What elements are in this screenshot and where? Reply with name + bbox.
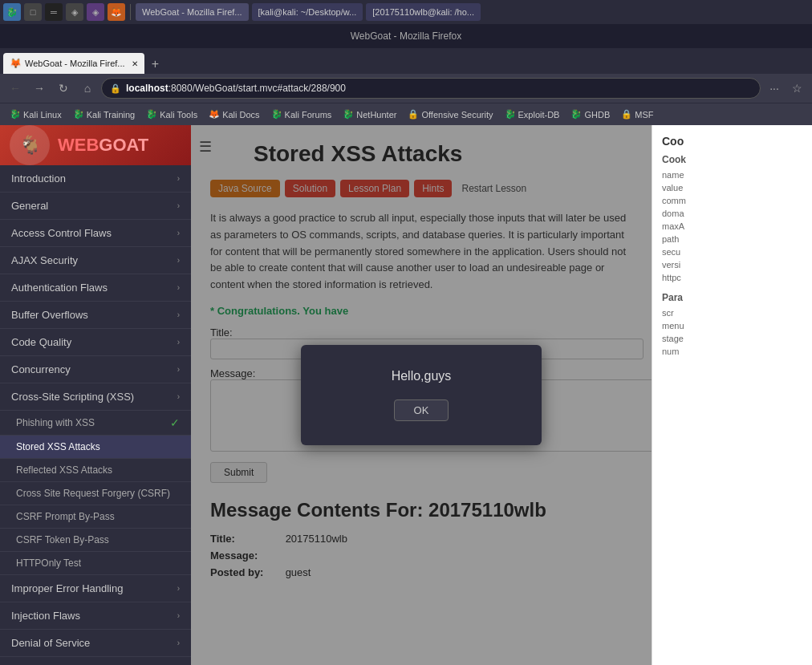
chevron-icon: › [177, 201, 180, 210]
sidebar: 🐐 WEBGOAT Introduction › General › Acces… [0, 125, 191, 665]
offensive-security-icon: 🔒 [408, 109, 419, 120]
sidebar-logo: 🐐 WEBGOAT [0, 125, 191, 165]
forward-button[interactable]: → [29, 78, 50, 99]
bookmark-nethunter[interactable]: 🐉 NetHunter [338, 107, 401, 121]
sidebar-sub-phishing-label: Phishing with XSS [16, 417, 95, 428]
param-menu: menu [662, 321, 802, 330]
nav-bookmark-button[interactable]: ☆ [786, 78, 807, 99]
sidebar-item-insecure-comm[interactable]: Insecure Communication › [0, 657, 191, 665]
sidebar-item-auth-flaws-label: Authentication Flaws [11, 282, 108, 294]
sidebar-item-code-quality[interactable]: Code Quality › [0, 329, 191, 356]
sidebar-sub-csrf[interactable]: Cross Site Request Forgery (CSRF) [0, 482, 191, 505]
cookie-field-maxage: maxA [662, 221, 802, 231]
chevron-icon: › [177, 365, 180, 374]
bookmark-kali-linux-label: Kali Linux [23, 110, 62, 120]
browser-tab-webgoat[interactable]: 🦊 WebGoat - Mozilla Firef... ✕ [3, 53, 144, 74]
modal-ok-button[interactable]: OK [394, 399, 449, 421]
bookmark-kali-docs[interactable]: 🦊 Kali Docs [204, 107, 264, 121]
logo-web: WEB [58, 135, 99, 155]
sidebar-sub-csrf-prompt-label: CSRF Prompt By-Pass [16, 511, 115, 522]
new-tab-button[interactable]: + [146, 55, 165, 74]
os-taskbar: 🐉 □ ═ ◈ ◈ 🦊 WebGoat - Mozilla Firef... [… [0, 0, 812, 24]
sidebar-item-access-control[interactable]: Access Control Flaws › [0, 220, 191, 247]
taskbar-icon-files[interactable]: □ [24, 3, 42, 21]
bookmark-offensive-security[interactable]: 🔒 Offensive Security [403, 107, 497, 121]
bookmark-msf[interactable]: 🔒 MSF [616, 107, 658, 121]
taskbar-terminal2-label: [20175110wlb@kali: /ho... [372, 7, 474, 17]
sidebar-sub-csrf-label: Cross Site Request Forgery (CSRF) [16, 488, 170, 499]
cookie-field-domain: doma [662, 209, 802, 218]
sidebar-item-concurrency[interactable]: Concurrency › [0, 356, 191, 383]
bookmark-kali-training[interactable]: 🐉 Kali Training [68, 107, 140, 121]
param-stage: stage [662, 334, 802, 343]
taskbar-separator [130, 4, 131, 20]
home-button[interactable]: ⌂ [77, 78, 98, 99]
modal-message-text: Hello,guys [392, 369, 452, 383]
taskbar-webgoat-label: WebGoat - Mozilla Firef... [142, 7, 242, 17]
taskbar-icon-terminal[interactable]: ═ [45, 3, 63, 21]
bookmark-kali-tools[interactable]: 🐉 Kali Tools [141, 107, 202, 121]
bookmark-kali-forums[interactable]: 🐉 Kali Forums [266, 107, 337, 121]
main-content: Hello,guys OK ☰ Stored XSS Attacks Java … [191, 125, 652, 665]
sidebar-item-general[interactable]: General › [0, 193, 191, 220]
sidebar-item-improper-error[interactable]: Improper Error Handling › [0, 575, 191, 602]
taskbar-terminal2-btn[interactable]: [20175110wlb@kali: /ho... [366, 3, 481, 21]
bookmark-kali-linux[interactable]: 🐉 Kali Linux [5, 107, 67, 121]
taskbar-icon-kali[interactable]: 🐉 [3, 3, 21, 21]
taskbar-icon-firefox[interactable]: 🦊 [108, 3, 125, 21]
sidebar-item-buffer-overflows[interactable]: Buffer Overflows › [0, 302, 191, 329]
sidebar-item-dos-label: Denial of Service [11, 637, 90, 649]
tab-close-btn[interactable]: ✕ [132, 59, 138, 68]
url-host: localhost [126, 83, 168, 94]
address-bar[interactable]: 🔒 localhost:8080/WebGoat/start.mvc#attac… [101, 78, 761, 99]
sidebar-item-code-quality-label: Code Quality [11, 336, 71, 348]
sidebar-item-access-control-label: Access Control Flaws [11, 227, 112, 239]
cookie-field-name: name [662, 170, 802, 180]
sidebar-item-introduction[interactable]: Introduction › [0, 165, 191, 193]
kali-linux-icon: 🐉 [10, 109, 21, 120]
bookmark-exploit-db[interactable]: 🐉 Exploit-DB [500, 107, 565, 121]
nav-menu-button[interactable]: ··· [764, 78, 785, 99]
sidebar-item-auth-flaws[interactable]: Authentication Flaws › [0, 274, 191, 302]
sidebar-sub-phishing[interactable]: Phishing with XSS ✓ [0, 411, 191, 436]
sidebar-sub-stored-xss[interactable]: Stored XSS Attacks [0, 436, 191, 459]
firefox-tab-icon: 🦊 [10, 58, 22, 69]
taskbar-terminal1-btn[interactable]: [kali@kali: ~/Desktop/w... [252, 3, 363, 21]
sidebar-sub-csrf-prompt[interactable]: CSRF Prompt By-Pass [0, 505, 191, 529]
sidebar-sub-stored-xss-label: Stored XSS Attacks [16, 441, 100, 452]
sidebar-item-concurrency-label: Concurrency [11, 363, 71, 375]
sidebar-item-ajax[interactable]: AJAX Security › [0, 247, 191, 274]
param-scr: scr [662, 308, 802, 318]
sidebar-item-injection[interactable]: Injection Flaws › [0, 602, 191, 630]
chevron-icon: › [177, 392, 180, 401]
taskbar-icon-misc[interactable]: ◈ [66, 3, 83, 21]
sidebar-item-general-label: General [11, 200, 48, 212]
kali-forums-icon: 🐉 [271, 109, 282, 120]
tab-label-webgoat: WebGoat - Mozilla Firef... [25, 59, 125, 68]
cookie-heading: Cook [662, 154, 802, 165]
url-display: localhost:8080/WebGoat/start.mvc#attack/… [126, 83, 346, 94]
sidebar-sub-csrf-token[interactable]: CSRF Token By-Pass [0, 529, 191, 552]
msf-icon: 🔒 [621, 109, 632, 120]
reload-button[interactable]: ↻ [53, 78, 74, 99]
cookie-field-secure: secu [662, 247, 802, 257]
param-num: num [662, 347, 802, 356]
param-heading: Para [662, 292, 802, 303]
back-button[interactable]: ← [5, 78, 26, 99]
ghdb-icon: 🐉 [570, 109, 582, 120]
sidebar-sub-httponly[interactable]: HTTPOnly Test [0, 552, 191, 575]
cookie-field-httponly: httpc [662, 273, 802, 282]
right-panel: Coo Cook name value comm doma maxA path … [652, 125, 812, 665]
sidebar-item-dos[interactable]: Denial of Service › [0, 630, 191, 657]
browser-tabs: 🦊 WebGoat - Mozilla Firef... ✕ + [0, 48, 812, 74]
cookie-field-value: value [662, 183, 802, 193]
bookmark-ghdb[interactable]: 🐉 GHDB [566, 107, 615, 121]
taskbar-icon-extra[interactable]: ◈ [87, 3, 104, 21]
sidebar-sub-reflected-xss-label: Reflected XSS Attacks [16, 464, 112, 476]
bookmark-exploit-db-label: Exploit-DB [518, 110, 560, 120]
sidebar-sub-reflected-xss[interactable]: Reflected XSS Attacks [0, 459, 191, 482]
nav-extra-buttons: ··· ☆ [764, 78, 807, 99]
chevron-icon: › [177, 611, 180, 620]
taskbar-webgoat-btn[interactable]: WebGoat - Mozilla Firef... [136, 3, 249, 21]
sidebar-item-xss[interactable]: Cross-Site Scripting (XSS) › [0, 383, 191, 411]
